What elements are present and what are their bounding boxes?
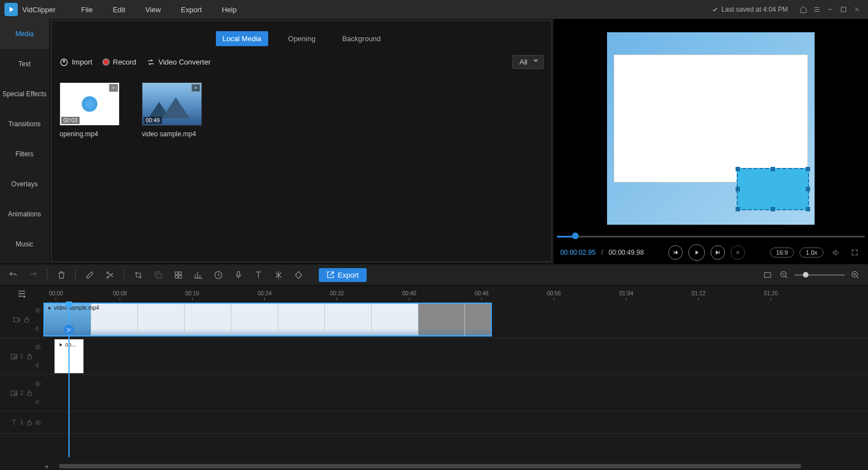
selection-box[interactable] [737, 168, 809, 210]
copy-icon[interactable] [152, 269, 164, 281]
sidebar-filters[interactable]: Filters [0, 139, 49, 169]
resize-handle[interactable] [806, 167, 810, 171]
media-clip[interactable]: 00:03 opening.mp4 [60, 82, 120, 138]
playhead-split-icon[interactable] [64, 325, 74, 335]
media-filter-dropdown[interactable]: All [512, 55, 544, 69]
prev-frame-button[interactable] [668, 245, 683, 260]
delete-icon[interactable] [55, 269, 67, 281]
split-icon[interactable] [103, 269, 116, 281]
resize-handle[interactable] [806, 207, 810, 211]
crop-icon[interactable] [132, 269, 144, 281]
zoom-slider[interactable] [795, 274, 845, 276]
record-button[interactable]: Record [102, 58, 136, 66]
stats-icon[interactable] [192, 269, 204, 281]
track-pip1[interactable]: op... [43, 338, 868, 375]
mosaic-icon[interactable] [172, 269, 184, 281]
fullscreen-icon[interactable] [848, 246, 861, 259]
edit-icon[interactable] [83, 269, 96, 281]
track-video[interactable]: video sample.mp4 [43, 301, 868, 338]
sidebar-text[interactable]: Text [0, 49, 49, 79]
menu-edit[interactable]: Edit [103, 6, 135, 14]
clip-add-icon[interactable] [109, 84, 118, 92]
track-header-text[interactable]: 1 [0, 412, 43, 434]
tab-opening[interactable]: Opening [282, 31, 322, 46]
speed-button[interactable]: 1.0x [800, 248, 823, 258]
next-frame-button[interactable] [711, 245, 725, 260]
zoom-in-icon[interactable] [849, 269, 861, 281]
minimize-icon[interactable] [823, 3, 837, 16]
timeline-ruler[interactable]: 00:00 00:08 00:16 00:24 00:32 00:40 00:4… [43, 286, 868, 301]
speed-icon[interactable] [212, 269, 224, 281]
resize-handle[interactable] [736, 187, 740, 191]
timeline-scrollbar[interactable]: ◄ [0, 462, 868, 470]
resize-handle[interactable] [806, 187, 810, 191]
playhead[interactable] [68, 301, 70, 457]
maximize-icon[interactable] [837, 3, 850, 16]
play-button[interactable] [688, 244, 705, 261]
aspect-ratio-button[interactable]: 16:9 [770, 248, 794, 258]
record-icon [102, 58, 110, 66]
fit-icon[interactable] [761, 269, 773, 281]
time-separator: / [601, 249, 603, 256]
track-pip2[interactable] [43, 375, 868, 412]
menu-file[interactable]: File [71, 6, 103, 14]
track-text[interactable] [43, 412, 868, 434]
visibility-icon[interactable] [34, 419, 41, 426]
redo-icon[interactable] [27, 269, 39, 281]
sidebar-animations[interactable]: Animations [0, 199, 49, 229]
text-tool-icon[interactable] [252, 269, 264, 281]
freeze-icon[interactable] [272, 269, 284, 281]
resize-handle[interactable] [736, 167, 740, 171]
preview-scrubber[interactable] [557, 230, 865, 241]
track-header-pip2[interactable]: 2 [0, 375, 43, 412]
track-header-pip1[interactable]: 1 [0, 338, 43, 375]
video-converter-button[interactable]: Video Converter [146, 58, 211, 67]
svg-rect-8 [175, 275, 177, 278]
sidebar-music[interactable]: Music [0, 229, 49, 259]
import-label: Import [72, 58, 92, 66]
media-clip[interactable]: 00:49 video sample.mp4 [142, 82, 202, 138]
import-button[interactable]: Import [60, 58, 92, 67]
stop-button[interactable] [731, 245, 745, 260]
sidebar-special-effects[interactable]: Special Effects [0, 79, 49, 109]
svg-rect-18 [25, 319, 29, 321]
visibility-icon[interactable] [34, 307, 41, 314]
keyframe-icon[interactable] [292, 269, 304, 281]
zoom-out-icon[interactable] [778, 269, 790, 281]
add-track-button[interactable] [0, 286, 43, 301]
preview-canvas[interactable] [607, 32, 815, 225]
close-icon[interactable] [850, 3, 864, 16]
scroll-left-icon[interactable]: ◄ [43, 463, 50, 469]
timeline-clip[interactable]: video sample.mp4 [43, 303, 492, 337]
sidebar-media[interactable]: Media [0, 19, 49, 49]
visibility-icon[interactable] [34, 380, 41, 387]
sidebar-transitions[interactable]: Transitions [0, 109, 49, 139]
menu-export[interactable]: Export [171, 6, 212, 14]
mute-icon[interactable] [34, 362, 41, 369]
zoom-knob[interactable] [803, 272, 808, 278]
menu-help[interactable]: Help [212, 6, 247, 14]
menu-view[interactable]: View [135, 6, 171, 14]
mute-icon[interactable] [34, 399, 41, 405]
scroll-thumb[interactable] [59, 464, 801, 468]
export-label: Export [338, 271, 359, 279]
sidebar-overlays[interactable]: Overlays [0, 169, 49, 199]
resize-handle[interactable] [736, 207, 740, 211]
scrubber-knob[interactable] [572, 232, 579, 239]
mute-icon[interactable] [34, 325, 41, 332]
save-status: Last saved at 4:04 PM [712, 6, 788, 13]
visibility-icon[interactable] [34, 344, 41, 350]
voiceover-icon[interactable] [232, 269, 244, 281]
resize-handle[interactable] [771, 167, 775, 171]
hamburger-icon[interactable] [810, 3, 823, 16]
clip-thumbnail: 00:03 [60, 82, 120, 126]
resize-handle[interactable] [771, 207, 775, 211]
home-icon[interactable] [797, 3, 810, 16]
tab-background[interactable]: Background [336, 31, 387, 46]
clip-add-icon[interactable] [191, 84, 200, 92]
export-button[interactable]: Export [319, 268, 367, 282]
tab-local-media[interactable]: Local Media [216, 31, 268, 46]
track-header-video[interactable] [0, 301, 43, 338]
volume-icon[interactable] [829, 246, 842, 259]
undo-icon[interactable] [7, 269, 19, 281]
